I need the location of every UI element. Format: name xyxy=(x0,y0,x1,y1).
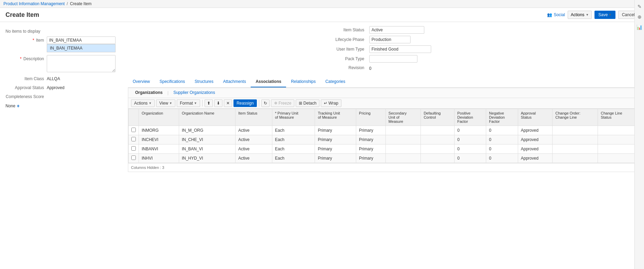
tab-categories[interactable]: Categories xyxy=(320,76,350,87)
social-button[interactable]: 👥 Social xyxy=(547,12,565,17)
pack-type-select[interactable] xyxy=(369,55,417,63)
format-toolbar-label: Format xyxy=(180,101,193,106)
row-change-line-status xyxy=(598,154,638,163)
actions-toolbar-btn[interactable]: Actions ▼ xyxy=(131,99,155,107)
revision-value: 0 xyxy=(369,65,638,71)
tab-associations[interactable]: Associations xyxy=(251,76,286,87)
row-pricing: Primary xyxy=(356,135,386,144)
delete-btn[interactable]: ✕ xyxy=(224,99,232,107)
assoc-tab-sep: | xyxy=(167,90,168,95)
tab-overview[interactable]: Overview xyxy=(128,76,155,87)
tab-attachments[interactable]: Attachments xyxy=(218,76,251,87)
row-check[interactable] xyxy=(129,154,139,163)
tab-relationships[interactable]: Relationships xyxy=(286,76,320,87)
row-negative-dev: 0 xyxy=(486,135,518,144)
row-item-status: Active xyxy=(235,126,272,135)
sidebar-chart-icon[interactable]: 📊 xyxy=(636,23,643,31)
table-body: INMORGIN_M_ORGActiveEachPrimaryPrimary00… xyxy=(129,126,638,163)
format-toolbar-btn[interactable]: Format ▼ xyxy=(177,99,200,107)
breadcrumb-pim[interactable]: Product Information Management xyxy=(3,1,65,6)
actions-button[interactable]: Actions ▼ xyxy=(568,11,592,19)
item-class-field: Item Class ALLQA xyxy=(6,75,122,81)
breadcrumb-sep: / xyxy=(67,1,68,6)
row-approval-status: Approved xyxy=(518,126,553,135)
save-arrow-icon: ▼ xyxy=(609,13,612,17)
item-input-wrapper: IN_BAN_ITEMAA xyxy=(47,36,116,52)
table-container: Organization Organization Name Item Stat… xyxy=(128,109,638,172)
row-defaulting xyxy=(421,126,455,135)
item-field: * Item IN_BAN_ITEMAA xyxy=(6,36,122,52)
add-icon[interactable]: + xyxy=(17,103,20,109)
row-primary-uom: Each xyxy=(272,135,315,144)
table-row[interactable]: INBANVIIN_BAN_VIActiveEachPrimaryPrimary… xyxy=(129,144,638,154)
move-up-btn[interactable]: ⬆ xyxy=(205,99,213,107)
pack-type-wrapper: ▼ xyxy=(369,55,638,63)
table-row[interactable]: INCHEVIIN_CHE_VIActiveEachPrimaryPrimary… xyxy=(129,135,638,144)
item-status-select[interactable]: Active xyxy=(369,26,424,34)
right-panel: Item Status Active ▼ Lifecycle Phase Pro… xyxy=(128,26,638,172)
associations-panel: Organizations|Supplier Organizations Act… xyxy=(128,88,638,172)
user-item-type-select[interactable]: Finished Good xyxy=(369,45,431,53)
item-class-label: Item Class xyxy=(6,75,47,81)
save-button[interactable]: Save ▼ xyxy=(594,11,615,19)
wrap-btn[interactable]: ↵ Wrap xyxy=(321,99,341,107)
view-toolbar-btn[interactable]: View ▼ xyxy=(156,99,175,107)
assoc-tab-supplier-organizations[interactable]: Supplier Organizations xyxy=(169,88,219,98)
row-negative-dev: 0 xyxy=(486,126,518,135)
col-negative-dev: NegativeDeviationFactor xyxy=(486,109,518,126)
row-checkbox[interactable] xyxy=(131,128,136,132)
table-row[interactable]: INMORGIN_M_ORGActiveEachPrimaryPrimary00… xyxy=(129,126,638,135)
item-input[interactable] xyxy=(47,36,116,44)
col-tracking-uom: Tracking Unitof Measure xyxy=(315,109,356,126)
refresh-btn[interactable]: ↻ xyxy=(261,99,270,107)
breadcrumb: Product Information Management / Create … xyxy=(0,0,644,8)
row-tracking-uom: Primary xyxy=(315,154,356,163)
breadcrumb-current: Create Item xyxy=(70,1,91,6)
freeze-btn[interactable]: ❄ Freeze xyxy=(271,99,294,107)
delete-icon: ✕ xyxy=(226,101,230,106)
row-defaulting xyxy=(421,135,455,144)
row-check[interactable] xyxy=(129,126,139,135)
header-actions: 👥 Social Actions ▼ Save ▼ Cancel xyxy=(547,11,638,19)
col-approval-status: ApprovalStatus xyxy=(518,109,553,126)
row-check[interactable] xyxy=(129,135,139,144)
col-primary-uom: * Primary Unitof Measure xyxy=(272,109,315,126)
tab-specifications[interactable]: Specifications xyxy=(155,76,190,87)
col-change-order: Change Order:Change Line xyxy=(553,109,598,126)
item-class-value: ALLQA xyxy=(47,75,60,81)
description-input[interactable] xyxy=(47,55,116,72)
row-change-line-status xyxy=(598,126,638,135)
suggestion-item[interactable]: IN_BAN_ITEMAA xyxy=(47,44,115,52)
item-status-wrapper: Active ▼ xyxy=(369,26,638,34)
row-checkbox[interactable] xyxy=(131,146,136,151)
row-check[interactable] xyxy=(129,144,139,154)
table-row[interactable]: INHVIIN_HYD_VIActiveEachPrimaryPrimary00… xyxy=(129,154,638,163)
col-organization: Organization xyxy=(139,109,179,126)
tab-structures[interactable]: Structures xyxy=(190,76,218,87)
row-org: INMORG xyxy=(139,126,179,135)
move-down-btn[interactable]: ⬇ xyxy=(214,99,222,107)
row-org-name: IN_M_ORG xyxy=(179,126,235,135)
col-pricing: Pricing xyxy=(356,109,386,126)
row-org: INCHEVI xyxy=(139,135,179,144)
detach-icon: ⊞ xyxy=(299,101,302,106)
reassign-btn[interactable]: Reassign xyxy=(233,99,257,107)
row-change-order xyxy=(553,144,598,154)
row-approval-status: Approved xyxy=(518,135,553,144)
row-change-line-status xyxy=(598,135,638,144)
row-checkbox[interactable] xyxy=(131,137,136,141)
sidebar-edit-icon[interactable]: ✎ xyxy=(636,3,643,10)
row-pricing: Primary xyxy=(356,126,386,135)
required-star: * xyxy=(33,38,34,43)
tabs-list: OverviewSpecificationsStructuresAttachme… xyxy=(128,76,638,87)
row-primary-uom: Each xyxy=(272,144,315,154)
row-org-name: IN_BAN_VI xyxy=(179,144,235,154)
row-checkbox[interactable] xyxy=(131,155,136,160)
table-header: Organization Organization Name Item Stat… xyxy=(129,109,638,126)
assoc-sub-tabs: Organizations|Supplier Organizations xyxy=(128,88,638,98)
lifecycle-phase-select[interactable]: Production xyxy=(369,36,411,43)
assoc-tab-organizations[interactable]: Organizations xyxy=(131,88,167,98)
table-header-row: Organization Organization Name Item Stat… xyxy=(129,109,638,126)
sidebar-search-icon[interactable]: ⊕ xyxy=(636,13,643,21)
detach-btn[interactable]: ⊞ Detach xyxy=(296,99,319,107)
